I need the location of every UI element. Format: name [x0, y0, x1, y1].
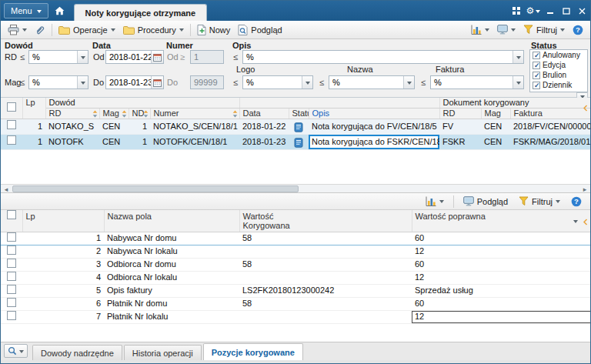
calendar-button[interactable] [151, 51, 163, 63]
cell-lp[interactable]: 1 [22, 232, 104, 245]
dropdown-arrow-icon[interactable] [77, 76, 88, 88]
cell-lp[interactable]: 2 [22, 245, 104, 258]
col-header-doc-rd[interactable]: RD [439, 109, 481, 119]
nazwa-filter-combo[interactable]: % [329, 75, 415, 89]
cell-status[interactable] [289, 135, 309, 150]
row-checkbox[interactable] [7, 272, 16, 281]
row-checkbox[interactable] [7, 232, 16, 242]
window-tab[interactable]: Noty korygujące otrzymane [74, 4, 208, 21]
column-menu-button[interactable] [573, 215, 578, 229]
faktura-operator[interactable]: ≤ [421, 78, 426, 87]
cell-numer[interactable]: NOTAKO_S/CEN/18/1 [150, 119, 239, 135]
collapse-panel-chevron-icon[interactable] [583, 215, 588, 229]
col-header-wartosc-poprawna[interactable]: Wartość poprawna [412, 210, 590, 232]
detail-help-button[interactable]: ? [567, 194, 586, 209]
dropdown-arrow-icon[interactable] [513, 76, 523, 88]
cell-doc-mag[interactable]: CEN [481, 119, 510, 135]
cell-doc-mag[interactable]: CEN [481, 135, 510, 150]
col-header-nd[interactable]: ND [129, 109, 150, 119]
scrollbar-thumb[interactable] [12, 185, 299, 192]
cell-wartosc-korygowana[interactable]: LS2FK20180123000242 [239, 284, 412, 297]
cell-wartosc-korygowana[interactable] [239, 245, 412, 258]
cell-doc-faktura[interactable]: 2018/FV/CEN/000005 [510, 119, 590, 135]
col-header-lp[interactable]: Lp [22, 98, 45, 119]
cell-lp[interactable]: 3 [22, 258, 104, 271]
cell-lp[interactable]: 4 [22, 271, 104, 284]
cell-nazwa-pola[interactable]: Nabywca Nr domu [104, 232, 239, 245]
cell-wartosc-korygowana[interactable] [239, 271, 412, 284]
opis-operator[interactable]: ≤ [233, 52, 238, 62]
podglad-button[interactable]: Podgląd [234, 22, 285, 38]
procedury-button[interactable]: Procedury [119, 22, 188, 38]
cell-wartosc-korygowana[interactable]: 58 [239, 258, 412, 271]
cell-opis[interactable]: Nota korygująca do FV/CEN/18/5 [309, 119, 439, 135]
chart-button[interactable] [467, 22, 493, 38]
row-checkbox[interactable] [7, 245, 16, 255]
col-header-numer[interactable]: Numer [150, 109, 239, 119]
row-checkbox[interactable] [7, 259, 16, 268]
checkbox-icon[interactable] [533, 52, 540, 59]
col-header-opis[interactable]: Opis [309, 109, 439, 119]
tab-pozycje-korygowane[interactable]: Pozycje korygowane [203, 343, 303, 360]
col-group-dowod[interactable]: Dowód [45, 98, 239, 109]
menu-button[interactable]: Menu [4, 3, 48, 18]
cell-nd[interactable]: 1 [129, 135, 150, 150]
cell-mag[interactable]: CEN [99, 135, 129, 150]
view-selector-button[interactable] [493, 22, 519, 38]
status-option-edycja[interactable]: Edycja [530, 60, 587, 70]
cell-wartosc-poprawna[interactable]: 60 [412, 232, 590, 245]
table-row[interactable]: 6 Płatnik Nr domu 58 60 [1, 297, 590, 310]
col-header-data[interactable]: Data [239, 109, 289, 119]
row-checkbox[interactable] [7, 298, 16, 307]
checkbox-icon[interactable] [533, 62, 540, 69]
table-row[interactable]: 4 Odbiorca Nr lokalu 12 [1, 271, 590, 284]
nowy-button[interactable]: Nowy [193, 22, 235, 38]
sort-icon[interactable] [92, 110, 98, 119]
status-option-anulowany[interactable]: Anulowany [530, 50, 587, 60]
rd-filter-combo[interactable]: % [28, 50, 88, 64]
cell-wartosc-poprawna[interactable]: Sprzedaż usług [412, 284, 590, 297]
cell-lp[interactable]: 5 [22, 284, 104, 297]
col-group-dokument-korygowany[interactable]: Dokument korygowany [439, 98, 590, 109]
row-checkbox[interactable] [7, 311, 16, 320]
cell-nazwa-pola[interactable]: Płatnik Nr domu [104, 297, 239, 310]
mag-filter-combo[interactable]: % [28, 75, 88, 89]
detail-podglad-button[interactable]: Podgląd [459, 194, 512, 209]
table-row[interactable]: 7 Płatnik Nr lokalu 12 [1, 310, 590, 323]
apps-grid-button[interactable] [508, 1, 525, 21]
sort-icon[interactable] [122, 110, 127, 119]
cell-lp[interactable]: 1 [22, 119, 45, 135]
select-all-checkbox[interactable] [7, 210, 16, 219]
cell-nd[interactable]: 1 [129, 119, 150, 135]
help-button[interactable]: ? [569, 22, 587, 38]
cell-wartosc-poprawna[interactable]: 12 [412, 271, 590, 284]
cell-nazwa-pola[interactable]: Nabywca Nr lokalu [104, 245, 239, 258]
faktura-filter-combo[interactable]: % [430, 75, 524, 89]
cell-numer[interactable]: NOTOFK/CEN/18/1 [150, 135, 239, 150]
attachments-button[interactable] [31, 22, 49, 38]
minimize-button[interactable] [542, 1, 558, 21]
col-header-rd[interactable]: RD [45, 109, 99, 119]
tab-historia-operacji[interactable]: Historia operacji [124, 345, 202, 360]
table-row[interactable]: 5 Opis faktury LS2FK20180123000242 Sprze… [1, 284, 590, 297]
detail-filtruj-button[interactable]: Filtruj [515, 194, 564, 209]
cell-wartosc-poprawna[interactable]: 12 [412, 245, 590, 258]
cell-wartosc-korygowana[interactable]: 58 [239, 232, 412, 245]
cell-data[interactable]: 2018-01-23 [239, 135, 289, 150]
cell-rd[interactable]: NOTAKO_S [45, 119, 99, 135]
horizontal-scrollbar[interactable]: ◂ ▸ [1, 184, 590, 193]
col-header-wartosc-korygowana[interactable]: Wartość Korygowana [239, 210, 412, 232]
table-row[interactable]: 1 Nabywca Nr domu 58 60 [1, 232, 590, 245]
table-row-selected[interactable]: 1 NOTOFK CEN 1 NOTOFK/CEN/18/1 2018-01-2… [1, 135, 590, 150]
cell-data[interactable]: 2018-01-22 [239, 119, 289, 135]
scroll-left-button[interactable]: ◂ [1, 185, 12, 193]
col-header-mag[interactable]: Mag [99, 109, 129, 119]
cell-rd[interactable]: NOTOFK [45, 135, 99, 150]
row-checkbox[interactable] [7, 120, 16, 129]
status-option-dziennik[interactable]: Dziennik [530, 80, 587, 90]
checkbox-icon[interactable] [533, 72, 540, 79]
cell-nazwa-pola[interactable]: Opis faktury [104, 284, 239, 297]
cell-lp[interactable]: 1 [22, 135, 45, 150]
settings-button[interactable]: ⚙ [525, 1, 542, 21]
table-row[interactable]: 1 NOTAKO_S CEN 1 NOTAKO_S/CEN/18/1 2018-… [1, 119, 590, 135]
